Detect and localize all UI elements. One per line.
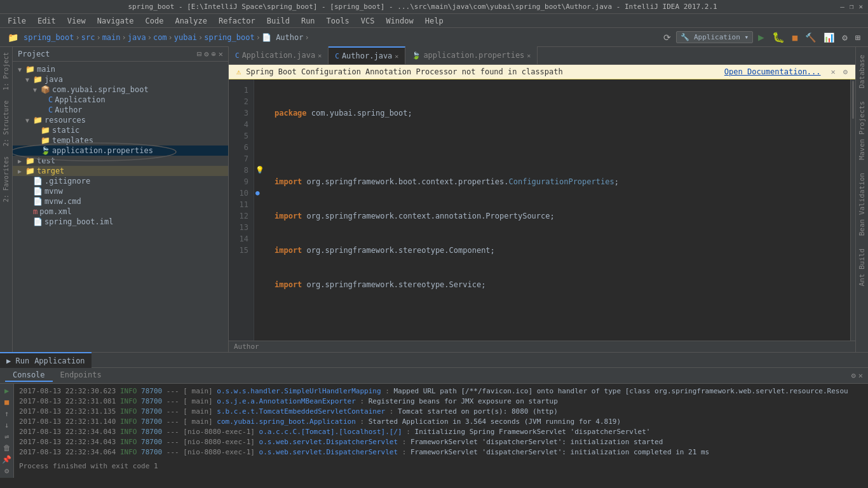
line-num-3: 3 [231, 107, 248, 119]
menu-vcs[interactable]: VCS [356, 15, 380, 27]
update-icon[interactable]: ⟳ [661, 31, 674, 44]
gutter-6 [255, 142, 266, 153]
minimize-button[interactable]: — [840, 3, 844, 11]
tree-author[interactable]: C Author [13, 105, 228, 115]
tab-close-appprops[interactable]: ✕ [527, 52, 531, 59]
run-scroll-down[interactable]: ↓ [4, 421, 9, 430]
menu-window[interactable]: Window [381, 15, 418, 27]
open-docs-link[interactable]: Open Documentation... [724, 67, 821, 76]
gutter-8[interactable]: 💡 [255, 165, 266, 176]
menu-file[interactable]: File [3, 15, 31, 27]
debug-button[interactable]: 🐛 [770, 30, 787, 44]
tree-java[interactable]: ▼ 📁 java [13, 74, 228, 85]
layout-icon[interactable]: ⊞ [853, 31, 863, 44]
tab-application[interactable]: C Application.java ✕ [229, 46, 329, 64]
close-panel-button[interactable]: ✕ [219, 50, 223, 58]
breadcrumb-springboot[interactable]: spring_boot [24, 33, 74, 42]
run-clear-button[interactable]: 🗑 [3, 444, 11, 452]
panel-header: Project ⊟ ⚙ ⊕ ✕ [13, 47, 228, 62]
menu-edit[interactable]: Edit [32, 15, 61, 27]
run-tab-endpoints[interactable]: Endpoints [53, 369, 109, 382]
menu-tools[interactable]: Tools [322, 15, 355, 27]
line-num-5: 5 [231, 130, 248, 142]
tree-appprops[interactable]: 🍃 application.properties [13, 146, 228, 156]
tree-mvnwcmd[interactable]: 📄 mvnw.cmd [13, 196, 228, 207]
breadcrumb-main[interactable]: main [102, 33, 121, 42]
menu-build[interactable]: Build [262, 15, 295, 27]
tree-mvnw[interactable]: 📄 mvnw [13, 186, 228, 196]
breadcrumb-springboot2[interactable]: spring_boot [204, 33, 254, 42]
tree-pomxml[interactable]: m pom.xml [13, 207, 228, 217]
menu-navigate[interactable]: Navigate [92, 15, 139, 27]
ant-build-tab[interactable]: Ant Build [857, 243, 867, 292]
coverage-button[interactable]: 📊 [821, 31, 837, 44]
tree-static[interactable]: 📁 static [13, 125, 228, 135]
tree-target[interactable]: ▶ 📁 target [13, 166, 228, 176]
run-scroll-up[interactable]: ↑ [4, 409, 9, 418]
run-settings-side[interactable]: ⚙ [4, 466, 9, 475]
structure-side-tab[interactable]: 2: Structure [1, 98, 11, 149]
run-wrap-button[interactable]: ⇌ [4, 432, 9, 441]
menu-code[interactable]: Code [140, 15, 169, 27]
tab-appprops[interactable]: 🍃 application.properties ✕ [405, 46, 538, 64]
breadcrumb-author[interactable]: 📄 Author [262, 33, 304, 42]
file-icon-mvnwcmd: 📄 [33, 197, 43, 206]
collapse-all-button[interactable]: ⊟ [197, 50, 201, 58]
run-panel: Console Endpoints ⚙ ✕ ▶ ■ ↑ ↓ ⇌ 🗑 📌 ⚙ 20… [0, 368, 868, 488]
tab-author[interactable]: C Author.java ✕ [329, 46, 405, 64]
breadcrumb-com[interactable]: com [153, 33, 167, 42]
stop-button[interactable]: ■ [790, 31, 800, 44]
toolbar: 📁 spring_boot › src › main › java › com … [0, 28, 868, 47]
run-pin-button[interactable]: 📌 [2, 455, 11, 464]
tab-close-application[interactable]: ✕ [318, 52, 322, 59]
run-panel-header[interactable]: ▶ Run Application [0, 352, 92, 368]
project-side-tab[interactable]: 1: Project [1, 50, 11, 93]
run-close-button[interactable]: ✕ [858, 371, 863, 380]
tree-arrow-resources: ▼ [25, 117, 33, 124]
gutter-1 [255, 85, 266, 96]
run-stop-side-button[interactable]: ■ [4, 398, 9, 407]
maven-tab[interactable]: Maven Projects [857, 96, 867, 165]
bean-validation-tab[interactable]: Bean Validation [857, 168, 867, 241]
settings-icon[interactable]: ⚙ [839, 31, 850, 44]
tree-pkg[interactable]: ▼ 📦 com.yubai.spring_boot [13, 85, 228, 95]
menu-run[interactable]: Run [296, 15, 320, 27]
menu-analyze[interactable]: Analyze [170, 15, 212, 27]
tree-gitignore[interactable]: 📄 .gitignore [13, 176, 228, 186]
breadcrumb-yubai[interactable]: yubai [174, 33, 197, 42]
tree-resources[interactable]: ▼ 📁 resources [13, 115, 228, 125]
run-button[interactable]: ▶ [756, 30, 767, 44]
settings-panel-button[interactable]: ⚙ [204, 50, 208, 58]
tree-main[interactable]: ▼ 📁 main [13, 64, 228, 74]
close-button[interactable]: ✕ [858, 3, 863, 11]
tree-templates[interactable]: 📁 templates [13, 135, 228, 146]
tree-test[interactable]: ▶ 📁 test [13, 156, 228, 166]
run-play-button[interactable]: ▶ [4, 386, 9, 395]
title-text: spring_boot - [E:\IntelliJ Space\spring_… [5, 3, 840, 11]
code-content[interactable]: package com.yubai.spring_boot; import or… [267, 79, 850, 341]
warning-settings-icon[interactable]: ⚙ [843, 67, 848, 76]
tab-close-author[interactable]: ✕ [395, 53, 398, 60]
warning-close-icon[interactable]: ✕ [831, 67, 836, 76]
expand-panel-button[interactable]: ⊕ [212, 50, 216, 58]
menu-refactor[interactable]: Refactor [214, 15, 261, 27]
run-tab-console[interactable]: Console [5, 369, 53, 382]
menu-help[interactable]: Help [420, 15, 449, 27]
log-line-6: 2017-08-13 22:32:34.043 INFO 78700 --- [… [19, 437, 863, 447]
run-settings-button[interactable]: ⚙ [851, 371, 856, 380]
menu-view[interactable]: View [62, 15, 91, 27]
scrollbar-thumb[interactable] [852, 81, 854, 119]
tree-iml[interactable]: 📄 spring_boot.iml [13, 217, 228, 227]
breadcrumb-src[interactable]: src [81, 33, 95, 42]
project-panel: Project ⊟ ⚙ ⊕ ✕ ▼ 📁 main ▼ 📁 java [13, 47, 229, 352]
tree-application[interactable]: C Application [13, 95, 228, 105]
maximize-button[interactable]: ❐ [850, 3, 854, 11]
gutter-10[interactable]: ● [255, 187, 266, 199]
breadcrumb-java[interactable]: java [128, 33, 146, 42]
build-button[interactable]: 🔨 [803, 31, 818, 44]
vertical-scrollbar[interactable] [850, 79, 855, 341]
database-tab[interactable]: Database [857, 50, 867, 93]
favorites-side-tab[interactable]: 2: Favorites [1, 154, 11, 205]
config-dropdown[interactable]: 🔧 Application ▾ [676, 31, 753, 43]
folder-icon-main: 📁 [25, 65, 35, 74]
